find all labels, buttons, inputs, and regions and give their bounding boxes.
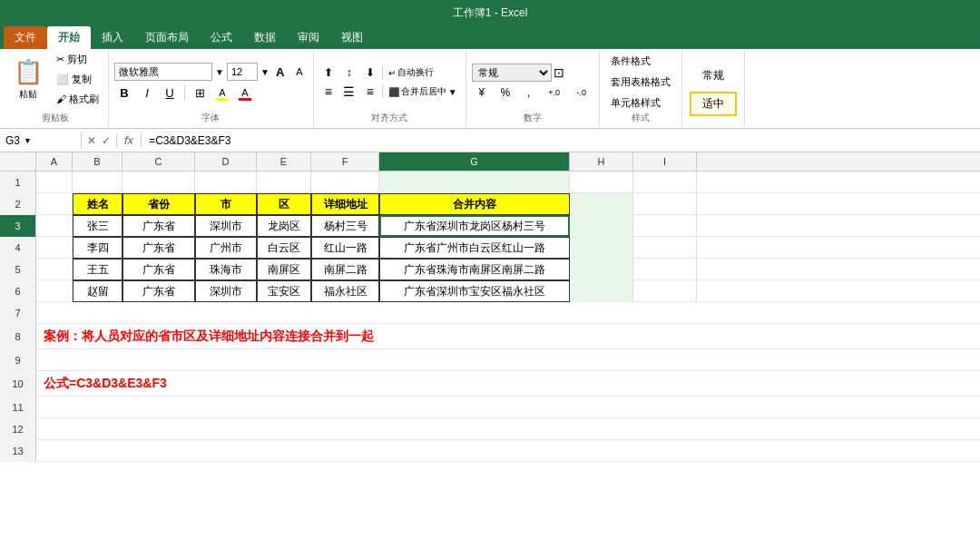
cell-G5[interactable]: 广东省珠海市南屏区南屏二路 [379,259,570,280]
cell-E5[interactable]: 南屏区 [257,259,311,280]
cell-C1[interactable] [122,172,195,193]
tab-review[interactable]: 审阅 [287,26,330,49]
percent-button[interactable]: % [495,84,515,101]
wrap-text-button[interactable]: ↵自动换行 [386,64,436,81]
cell-H2[interactable] [570,193,633,215]
cell-ref-box[interactable]: G3 ▼ [0,132,82,149]
cell-E3[interactable]: 龙岗区 [257,215,311,237]
decimal-decrease-button[interactable]: -.0 [570,84,593,101]
cell-B10-formula[interactable]: 公式=C3&D3&E3&F3 [36,371,980,397]
table-format-button[interactable]: 套用表格格式 [607,74,674,91]
cell-I5[interactable] [633,259,697,280]
cell-I4[interactable] [633,237,697,259]
font-name-dropdown[interactable]: ▼ [215,67,224,77]
tab-home[interactable]: 开始 [47,26,91,49]
comma-button[interactable]: , [519,84,539,101]
font-name-input[interactable] [114,63,212,81]
col-header-B[interactable]: B [73,152,122,171]
cell-D2[interactable]: 市 [195,193,257,215]
cell-B8-note[interactable]: 案例：将人员对应的省市区及详细地址内容连接合并到一起 [36,324,980,349]
font-size-decrease-button[interactable]: A [291,64,308,80]
currency-button[interactable]: ¥ [472,84,492,101]
border-button[interactable]: ⊞ [190,83,210,102]
tab-insert[interactable]: 插入 [91,26,134,49]
cell-F6[interactable]: 福永社区 [311,280,379,302]
cell-C3[interactable]: 广东省 [122,215,195,237]
cell-B4[interactable]: 李四 [73,237,122,259]
cell-D5[interactable]: 珠海市 [195,259,257,280]
cell-G1[interactable] [379,172,570,193]
number-format-select[interactable]: 常规 [472,64,552,82]
copy-button[interactable]: ⬜ 复制 [53,71,103,88]
conditional-format-button[interactable]: 条件格式 [607,53,674,70]
cell-D6[interactable]: 深圳市 [195,280,257,302]
cell-I3[interactable] [633,215,697,237]
col-header-H[interactable]: H [570,152,633,171]
number-format-expand[interactable]: ⊡ [554,65,564,80]
underline-button[interactable]: U [160,83,180,102]
italic-button[interactable]: I [137,83,157,102]
cell-I1[interactable] [633,172,697,193]
cell-H3[interactable] [570,215,633,237]
cell-F1[interactable] [311,172,379,193]
cell-G3[interactable]: 广东省深圳市龙岗区杨村三号 [379,215,570,237]
cell-A2[interactable] [36,193,73,215]
cell-H6[interactable] [570,280,633,302]
cut-button[interactable]: ✂ 剪切 [53,51,103,68]
bold-button[interactable]: B [114,83,134,102]
col-header-I[interactable]: I [633,152,697,171]
style-medium[interactable]: 适中 [690,92,737,116]
font-size-dropdown[interactable]: ▼ [260,67,270,77]
tab-file[interactable]: 文件 [4,26,47,49]
format-brush-button[interactable]: 🖌 格式刷 [53,91,103,108]
col-header-E[interactable]: E [257,152,311,171]
cell-C5[interactable]: 广东省 [122,259,195,280]
cell-ref-dropdown-icon[interactable]: ▼ [24,136,32,145]
cell-B2[interactable]: 姓名 [73,193,122,215]
cell-A6[interactable] [36,280,73,302]
cell-I6[interactable] [633,280,697,302]
cell-E1[interactable] [257,172,311,193]
cell-F3[interactable]: 杨村三号 [311,215,379,237]
cell-A5[interactable] [36,259,73,280]
cell-B5[interactable]: 王五 [73,259,122,280]
cell-G4[interactable]: 广东省广州市白云区红山一路 [379,237,570,259]
col-header-A[interactable]: A [36,152,73,171]
tab-view[interactable]: 视图 [330,26,374,49]
cell-E4[interactable]: 白云区 [257,237,311,259]
cell-A3[interactable] [36,215,73,237]
cancel-icon[interactable]: ✕ [87,134,96,147]
cell-I2[interactable] [633,193,697,215]
tab-formulas[interactable]: 公式 [200,26,243,49]
tab-data[interactable]: 数据 [243,26,287,49]
cell-B6[interactable]: 赵留 [73,280,122,302]
cell-C2[interactable]: 省份 [122,193,195,215]
cell-C4[interactable]: 广东省 [122,237,195,259]
merge-button[interactable]: ⬛ 合并后居中 ▼ [386,83,460,100]
cell-E2[interactable]: 区 [257,193,311,215]
cell-G6[interactable]: 广东省深圳市宝安区福永社区 [379,280,570,302]
formula-input[interactable]: =C3&D3&E3&F3 [142,134,980,147]
cell-A1[interactable] [36,172,73,193]
decimal-increase-button[interactable]: +.0 [543,84,566,101]
fill-color-button[interactable]: A [212,83,232,102]
cell-C6[interactable]: 广东省 [122,280,195,302]
tab-layout[interactable]: 页面布局 [134,26,200,49]
align-left-button[interactable]: ≡ [319,83,338,100]
cell-styles-button[interactable]: 单元格样式 [607,94,674,112]
cell-G2[interactable]: 合并内容 [379,193,570,215]
cell-F2[interactable]: 详细地址 [311,193,379,215]
font-color-button[interactable]: A [235,83,255,102]
col-header-C[interactable]: C [122,152,195,171]
align-middle-button[interactable]: ↕ [340,64,358,81]
col-header-F[interactable]: F [311,152,379,171]
style-normal[interactable]: 常规 [690,64,737,88]
cell-A4[interactable] [36,237,73,259]
align-center-button[interactable]: ☰ [340,83,358,100]
cell-D1[interactable] [195,172,257,193]
cell-D3[interactable]: 深圳市 [195,215,257,237]
confirm-icon[interactable]: ✓ [102,134,111,147]
cell-F5[interactable]: 南屏二路 [311,259,379,280]
col-header-D[interactable]: D [195,152,257,171]
cell-H1[interactable] [570,172,633,193]
